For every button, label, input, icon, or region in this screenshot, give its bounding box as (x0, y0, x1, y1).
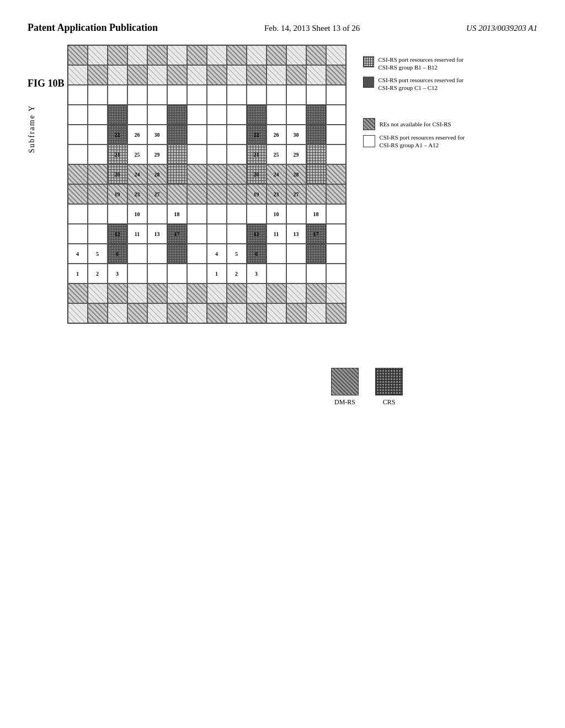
grid-cell (187, 105, 207, 125)
grid-cell (127, 85, 147, 105)
grid-cell (108, 65, 127, 85)
grid-cell (286, 65, 306, 85)
grid-cell (227, 125, 247, 144)
grid-cell (326, 144, 346, 164)
dmrs-legend: DM-RS (331, 368, 359, 406)
grid-cell (286, 45, 306, 65)
grid-cell (286, 204, 306, 224)
grid-cell (187, 283, 207, 303)
grid-cell (88, 224, 108, 244)
grid-cell (326, 65, 346, 85)
grid-cell (88, 303, 108, 323)
grid-cell (187, 204, 207, 224)
cell-number: 3 (116, 271, 119, 277)
grid-cell: 10 (127, 204, 147, 224)
grid-cell: 4 (207, 244, 227, 264)
grid-cell (108, 105, 127, 125)
legend-top: CSI-RS port resources reserved forCSI-RS… (363, 56, 465, 96)
grid-cell (147, 204, 167, 224)
grid-cell (187, 144, 207, 164)
grid-cell (167, 85, 187, 105)
grid-cell: 6 (108, 244, 127, 264)
grid-cell (247, 204, 266, 224)
grid-cell (187, 303, 207, 323)
grid-cell (167, 244, 187, 264)
grid-cell (207, 164, 227, 184)
grid-cell (68, 144, 88, 164)
grid-cell: 24 (127, 164, 147, 184)
grid-cell (88, 125, 108, 144)
legend-box-b (363, 56, 374, 67)
grid-cell: 13 (286, 224, 306, 244)
grid-cell (306, 303, 326, 323)
cell-number: 12 (254, 231, 259, 237)
publication-number: US 2013/0039203 A1 (466, 24, 537, 33)
cell-number: 5 (96, 251, 99, 257)
cell-number: 21 (254, 152, 259, 158)
grid-cell (306, 184, 326, 204)
grid-cell: 10 (266, 204, 286, 224)
grid-cell (227, 303, 247, 323)
grid-cell (147, 244, 167, 264)
grid-cell (68, 65, 88, 85)
grid-cell (187, 164, 207, 184)
cell-number: 1 (215, 271, 218, 277)
grid-cell (88, 283, 108, 303)
cell-number: 27 (154, 191, 160, 197)
grid-cell (108, 85, 127, 105)
grid-cell (227, 204, 247, 224)
cell-number: 30 (154, 132, 160, 138)
grid-cell (68, 45, 88, 65)
grid-cell (326, 164, 346, 184)
cell-number: 11 (135, 231, 140, 237)
grid-cell: 20 (247, 164, 266, 184)
legend-text-c: CSI-RS port resources reserved forCSI-RS… (379, 76, 464, 92)
grid-cell: 25 (266, 144, 286, 164)
grid-cell: 22 (247, 125, 266, 144)
legend-item-not-avail: REs not available for CSI-RS (363, 118, 465, 130)
cell-number: 2 (96, 271, 99, 277)
grid-cell: 4 (68, 244, 88, 264)
page: Patent Application Publication Feb. 14, … (0, 0, 565, 728)
grid-cell (227, 144, 247, 164)
cell-number: 29 (294, 152, 299, 158)
grid-cell (247, 85, 266, 105)
grid-cell (68, 125, 88, 144)
grid-cell (108, 283, 127, 303)
grid-cell (266, 85, 286, 105)
cell-number: 3 (255, 271, 258, 277)
grid-cell (187, 184, 207, 204)
grid-cell (167, 105, 187, 125)
legend-text-b: CSI-RS port resources reserved forCSI-RS… (379, 56, 464, 72)
grid-cell (326, 244, 346, 264)
grid-cell (207, 125, 227, 144)
crs-label: CRS (383, 398, 396, 406)
dmrs-label: DM-RS (334, 398, 355, 406)
grid-cell (187, 85, 207, 105)
grid-cell (167, 184, 187, 204)
grid-cell (88, 144, 108, 164)
grid-cell (147, 45, 167, 65)
grid-cell (207, 303, 227, 323)
grid-cell: 29 (147, 144, 167, 164)
cell-number: 24 (274, 172, 279, 178)
grid-cell (306, 283, 326, 303)
grid-cell (68, 105, 88, 125)
grid-cell (227, 105, 247, 125)
cell-number: 26 (135, 132, 140, 138)
grid-cell (227, 164, 247, 184)
legend-box-a (363, 135, 375, 147)
fig-label: FIG 10B (28, 78, 65, 89)
grid-cell: 21 (247, 144, 266, 164)
grid-cell (127, 105, 147, 125)
grid-cell (127, 283, 147, 303)
cell-number: 13 (154, 231, 160, 237)
cell-number: 22 (254, 132, 259, 138)
cell-number: 19 (254, 191, 259, 197)
grid-cell: 1 (207, 264, 227, 283)
grid-cell: 5 (227, 244, 247, 264)
grid-cell (326, 105, 346, 125)
grid-cell (167, 303, 187, 323)
main-content: FIG 10B Subframe Y 222630222630212529212… (28, 45, 537, 324)
grid-cell (306, 125, 326, 144)
